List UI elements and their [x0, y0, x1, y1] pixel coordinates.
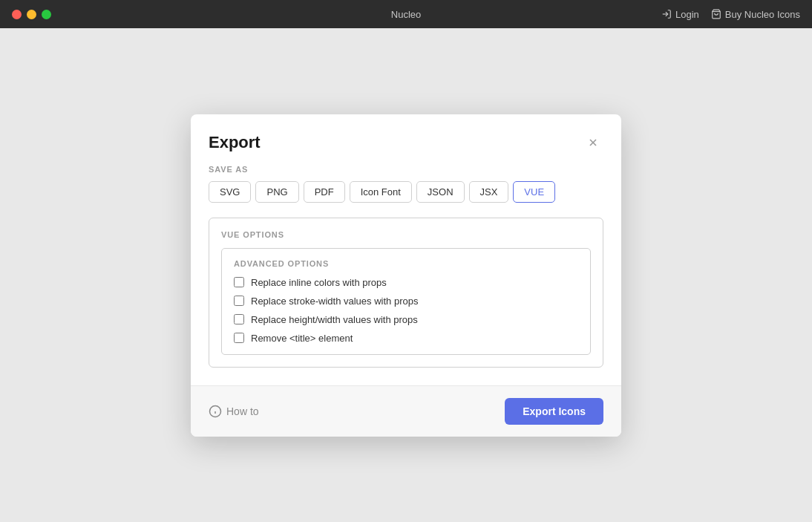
- login-link[interactable]: Login: [661, 9, 699, 20]
- titlebar-actions: Login Buy Nucleo Icons: [661, 9, 800, 20]
- replace-stroke-checkbox[interactable]: [234, 296, 244, 306]
- how-to-link[interactable]: How to: [209, 405, 259, 418]
- format-btn-png[interactable]: PNG: [255, 181, 298, 203]
- minimize-traffic-light[interactable]: [27, 10, 36, 19]
- advanced-options-label: ADVANCED OPTIONS: [234, 259, 578, 268]
- maximize-traffic-light[interactable]: [42, 10, 51, 19]
- checkbox-remove-title: Remove <title> element: [234, 333, 578, 344]
- format-btn-svg[interactable]: SVG: [209, 181, 251, 203]
- login-icon: [661, 9, 672, 19]
- export-modal: Export SAVE AS SVG PNG PDF Icon Font JSO…: [191, 114, 621, 437]
- buy-link[interactable]: Buy Nucleo Icons: [711, 9, 800, 20]
- modal-close-button[interactable]: [583, 132, 603, 153]
- checkbox-replace-height: Replace height/width values with props: [234, 314, 578, 325]
- replace-inline-label: Replace inline colors with props: [251, 277, 387, 288]
- replace-height-label: Replace height/width values with props: [251, 314, 418, 325]
- close-traffic-light[interactable]: [12, 10, 22, 19]
- replace-inline-checkbox[interactable]: [234, 277, 244, 287]
- modal-header: Export: [191, 114, 621, 165]
- checkbox-replace-stroke: Replace stroke-width values with props: [234, 296, 578, 307]
- checkbox-replace-inline: Replace inline colors with props: [234, 277, 578, 288]
- titlebar: Nucleo Login Buy Nucleo Icons: [0, 0, 812, 28]
- modal-footer: How to Export Icons: [191, 385, 621, 437]
- advanced-options-container: ADVANCED OPTIONS Replace inline colors w…: [221, 248, 591, 355]
- format-btn-jsx[interactable]: JSX: [469, 181, 509, 203]
- bag-icon: [711, 9, 721, 19]
- how-to-icon: [209, 405, 222, 418]
- replace-height-checkbox[interactable]: [234, 314, 244, 324]
- main-content: Export SAVE AS SVG PNG PDF Icon Font JSO…: [0, 28, 812, 522]
- modal-title: Export: [209, 133, 261, 152]
- format-btn-json[interactable]: JSON: [416, 181, 465, 203]
- how-to-label: How to: [226, 405, 259, 417]
- format-btn-vue[interactable]: VUE: [513, 181, 555, 203]
- vue-options-label: VUE OPTIONS: [221, 230, 591, 239]
- traffic-lights: [12, 10, 51, 19]
- replace-stroke-label: Replace stroke-width values with props: [251, 296, 418, 307]
- format-btn-pdf[interactable]: PDF: [304, 181, 345, 203]
- vue-options-container: VUE OPTIONS ADVANCED OPTIONS Replace inl…: [209, 218, 603, 368]
- app-title: Nucleo: [391, 9, 421, 20]
- remove-title-label: Remove <title> element: [251, 333, 353, 344]
- close-icon: [587, 137, 599, 149]
- format-buttons: SVG PNG PDF Icon Font JSON JSX VUE: [209, 181, 603, 203]
- save-as-label: SAVE AS: [209, 165, 603, 174]
- format-btn-icon-font[interactable]: Icon Font: [350, 181, 412, 203]
- modal-body: SAVE AS SVG PNG PDF Icon Font JSON JSX V…: [191, 165, 621, 385]
- remove-title-checkbox[interactable]: [234, 333, 244, 343]
- export-icons-button[interactable]: Export Icons: [505, 398, 603, 425]
